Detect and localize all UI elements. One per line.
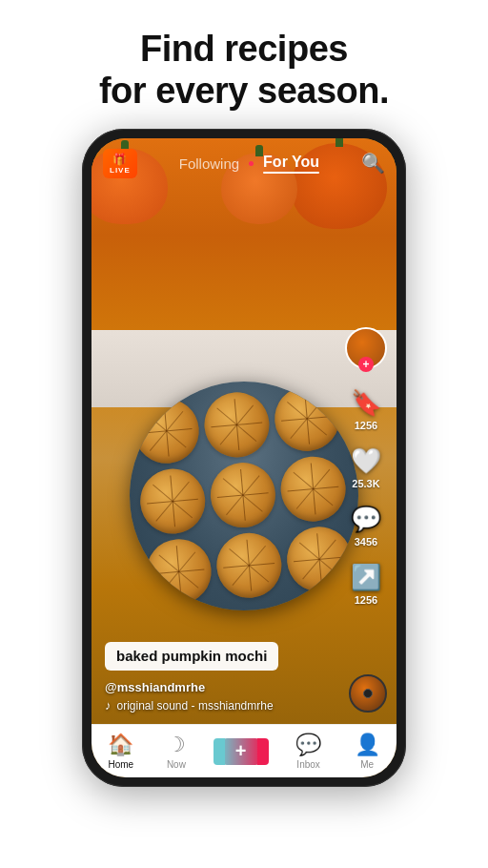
live-badge[interactable]: 🎁 LIVE bbox=[103, 149, 137, 178]
live-dot bbox=[249, 161, 254, 166]
share-button[interactable]: ↗️ 1256 bbox=[351, 563, 381, 606]
phone-mockup: 🎁 LIVE Following For You 🔍 bbox=[82, 129, 406, 787]
mochi-bun-7 bbox=[144, 536, 214, 607]
top-nav: 🎁 LIVE Following For You 🔍 bbox=[92, 138, 396, 188]
plate bbox=[130, 382, 358, 610]
profile-icon: 👤 bbox=[355, 733, 380, 757]
bookmark-count: 1256 bbox=[355, 420, 377, 431]
nav-tabs: Following For You bbox=[179, 154, 319, 174]
home-label: Home bbox=[108, 759, 133, 770]
for-you-tab[interactable]: For You bbox=[263, 154, 319, 174]
username[interactable]: @msshiandmrhe bbox=[105, 680, 383, 694]
plus-icon: + bbox=[235, 740, 247, 762]
phone-shell: 🎁 LIVE Following For You 🔍 bbox=[82, 129, 406, 787]
comment-count: 3456 bbox=[355, 536, 377, 548]
following-tab[interactable]: Following bbox=[179, 155, 239, 172]
follow-plus-icon: + bbox=[358, 357, 374, 372]
sound-row[interactable]: ♪ original sound - msshiandmrhe bbox=[105, 698, 383, 713]
now-nav-item[interactable]: ☽ Now bbox=[167, 733, 186, 770]
comment-button[interactable]: 💬 3456 bbox=[351, 505, 381, 548]
inbox-icon: 💬 bbox=[295, 733, 321, 757]
like-button[interactable]: 🤍 25.3K bbox=[351, 446, 381, 489]
now-label: Now bbox=[167, 759, 186, 770]
sound-name: original sound - msshiandmrhe bbox=[117, 699, 274, 713]
me-label: Me bbox=[360, 759, 374, 770]
creator-avatar[interactable]: + bbox=[345, 327, 387, 369]
phone-screen: 🎁 LIVE Following For You 🔍 bbox=[92, 138, 396, 777]
video-info-overlay: baked pumpkin mochi @msshiandmrhe ♪ orig… bbox=[92, 642, 396, 724]
heart-icon: 🤍 bbox=[351, 446, 381, 476]
mochi-bun-3 bbox=[272, 383, 342, 454]
bottom-nav: 🏠 Home ☽ Now + 💬 Inbox 👤 bbox=[92, 724, 396, 777]
share-count: 1256 bbox=[355, 594, 377, 606]
home-nav-item[interactable]: 🏠 Home bbox=[108, 733, 133, 770]
now-icon: ☽ bbox=[167, 733, 186, 757]
mochi-bun-1 bbox=[132, 396, 202, 466]
gift-icon: 🎁 bbox=[112, 153, 127, 166]
video-title-tag: baked pumpkin mochi bbox=[105, 642, 278, 671]
mochi-bun-9 bbox=[284, 524, 355, 594]
search-button[interactable]: 🔍 bbox=[361, 152, 385, 175]
mochi-bun-8 bbox=[214, 530, 285, 601]
share-icon: ↗️ bbox=[351, 563, 381, 592]
tab-underline bbox=[263, 172, 319, 174]
bookmark-icon: 🔖 bbox=[351, 388, 381, 418]
mochi-bun-2 bbox=[202, 390, 273, 461]
me-nav-item[interactable]: 👤 Me bbox=[355, 733, 380, 770]
header-text: Find recipes for every season. bbox=[99, 29, 389, 112]
mochi-bun-5 bbox=[208, 460, 278, 530]
music-note-icon: ♪ bbox=[105, 698, 112, 713]
inbox-label: Inbox bbox=[296, 759, 319, 770]
mochi-grid bbox=[132, 383, 356, 609]
create-nav-item[interactable]: + bbox=[219, 738, 263, 765]
create-button[interactable]: + bbox=[219, 738, 263, 765]
inbox-nav-item[interactable]: 💬 Inbox bbox=[295, 733, 321, 770]
mochi-bun-4 bbox=[137, 466, 208, 537]
like-count: 25.3K bbox=[352, 478, 379, 489]
video-title: baked pumpkin mochi bbox=[116, 648, 267, 664]
home-icon: 🏠 bbox=[108, 733, 133, 757]
bookmark-button[interactable]: 🔖 1256 bbox=[351, 388, 381, 431]
comment-icon: 💬 bbox=[351, 505, 381, 534]
action-buttons: + 🔖 1256 🤍 25.3K 💬 3456 bbox=[345, 327, 387, 606]
mochi-bun-6 bbox=[278, 454, 349, 525]
